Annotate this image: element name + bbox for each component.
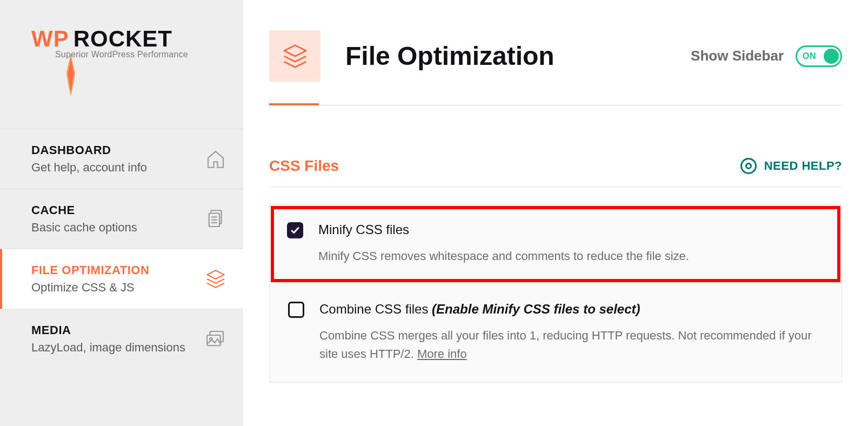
logo-subtitle: Superior WordPress Performance (55, 50, 243, 59)
logo: WP ROCKET Superior WordPress Performance (0, 0, 243, 129)
sidebar: WP ROCKET Superior WordPress Performance… (0, 0, 243, 426)
setting-desc: Minify CSS removes whitespace and commen… (318, 247, 824, 265)
need-help-label: NEED HELP? (764, 159, 842, 173)
sidebar-item-desc: Basic cache options (31, 221, 137, 235)
setting-desc: Combine CSS merges all your files into 1… (319, 327, 823, 363)
setting-title: Combine CSS files (Enable Minify CSS fil… (319, 302, 823, 317)
setting-title-hint: (Enable Minify CSS files to select) (432, 302, 640, 316)
toggle-knob (824, 49, 839, 64)
section-title: CSS Files (269, 157, 339, 175)
logo-rocket: ROCKET (74, 26, 172, 52)
home-icon (204, 148, 227, 170)
logo-wp: WP (31, 26, 69, 52)
sidebar-item-title: MEDIA (31, 323, 185, 337)
setting-title: Minify CSS files (318, 222, 824, 237)
section-header: CSS Files NEED HELP? (269, 157, 842, 187)
sidebar-item-title: DASHBOARD (31, 143, 147, 157)
sidebar-item-desc: Get help, account info (31, 161, 147, 175)
main-content: File Optimization Show Sidebar ON CSS Fi… (243, 0, 868, 426)
images-icon (204, 328, 227, 350)
setting-title-text: Combine CSS files (319, 302, 432, 316)
minify-css-checkbox[interactable] (287, 222, 303, 238)
setting-combine-css: Combine CSS files (Enable Minify CSS fil… (270, 283, 842, 382)
sidebar-item-desc: Optimize CSS & JS (31, 281, 149, 295)
more-info-link[interactable]: More info (417, 347, 467, 361)
show-sidebar-label: Show Sidebar (691, 48, 784, 64)
active-tab-indicator (269, 103, 319, 105)
page-header-icon (269, 30, 321, 82)
sidebar-item-desc: LazyLoad, image dimensions (31, 341, 185, 355)
need-help-button[interactable]: NEED HELP? (740, 158, 842, 174)
sidebar-item-cache[interactable]: CACHE Basic cache options (0, 189, 243, 249)
setting-desc-text: Combine CSS merges all your files into 1… (319, 329, 812, 361)
combine-css-checkbox[interactable] (288, 302, 304, 318)
show-sidebar-toggle[interactable]: ON (796, 45, 842, 67)
page-title: File Optimization (345, 41, 555, 71)
sidebar-item-file-optimization[interactable]: FILE OPTIMIZATION Optimize CSS & JS (0, 249, 243, 309)
settings-panel: Minify CSS files Minify CSS removes whit… (269, 204, 842, 383)
tab-strip (269, 103, 842, 105)
layers-icon (204, 268, 227, 290)
setting-minify-css: Minify CSS files Minify CSS removes whit… (271, 206, 840, 282)
sidebar-item-media[interactable]: MEDIA LazyLoad, image dimensions (0, 309, 243, 369)
lifebuoy-icon (740, 158, 757, 174)
toggle-on-label: ON (803, 51, 816, 61)
sidebar-item-dashboard[interactable]: DASHBOARD Get help, account info (0, 129, 243, 189)
sidebar-item-title: FILE OPTIMIZATION (31, 263, 149, 277)
rocket-flame-icon (63, 54, 78, 103)
page-header: File Optimization Show Sidebar ON (269, 30, 842, 82)
sidebar-item-title: CACHE (31, 203, 137, 217)
documents-icon (204, 208, 227, 230)
